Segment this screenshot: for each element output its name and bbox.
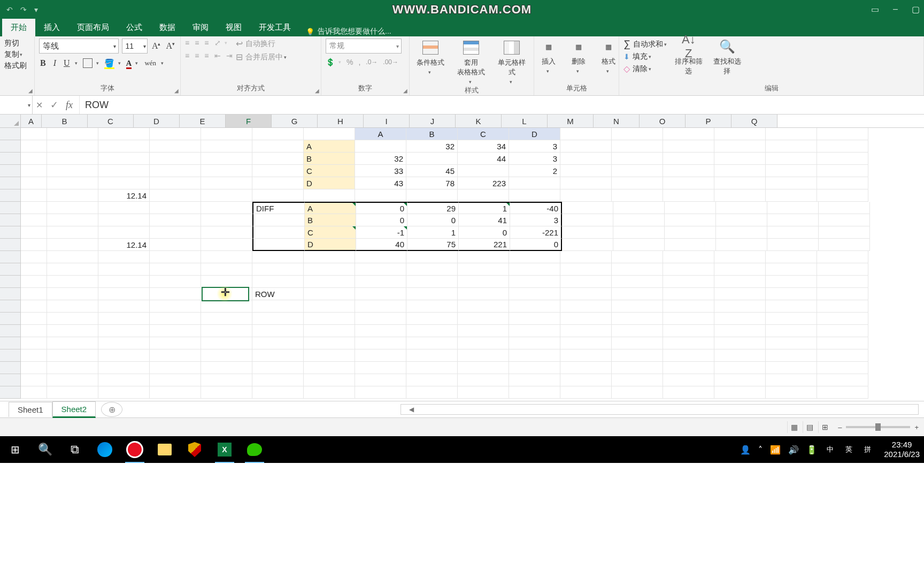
- cell-G17[interactable]: [304, 325, 355, 337]
- row-header[interactable]: [0, 177, 21, 189]
- cell-Q6[interactable]: [817, 189, 868, 202]
- cell-K10[interactable]: 0: [510, 239, 562, 251]
- row-header[interactable]: [0, 288, 21, 300]
- col-O[interactable]: O: [640, 115, 686, 127]
- cell-H17[interactable]: [355, 325, 406, 337]
- cell-I3[interactable]: [406, 153, 458, 165]
- inc-decimal-icon[interactable]: .0→: [366, 58, 378, 66]
- cell-D19[interactable]: [150, 349, 201, 362]
- cell-J21[interactable]: [458, 374, 509, 386]
- cell-G13[interactable]: [304, 276, 355, 288]
- cell-styles-button[interactable]: 单元格样式▾: [495, 40, 528, 85]
- row-header[interactable]: [0, 140, 21, 153]
- italic-button[interactable]: I: [52, 58, 57, 69]
- cell-E21[interactable]: [201, 374, 252, 386]
- cell-C2[interactable]: [98, 140, 150, 153]
- col-M[interactable]: M: [548, 115, 594, 127]
- cell-G14[interactable]: [304, 288, 355, 300]
- cell-Q15[interactable]: [817, 300, 868, 313]
- conditional-format-button[interactable]: 条件格式▾: [414, 40, 447, 75]
- cell-F19[interactable]: [252, 349, 304, 362]
- cell-N14[interactable]: [663, 288, 714, 300]
- cell-J14[interactable]: [458, 288, 509, 300]
- cell-M8[interactable]: [613, 214, 665, 226]
- cell-M6[interactable]: [612, 189, 663, 202]
- cell-H16[interactable]: [355, 313, 406, 325]
- cell-N3[interactable]: [663, 153, 714, 165]
- cell-M16[interactable]: [612, 313, 663, 325]
- cell-G1[interactable]: [304, 128, 355, 140]
- cell-L19[interactable]: [560, 349, 612, 362]
- col-Q[interactable]: Q: [732, 115, 777, 127]
- cell-M12[interactable]: [612, 263, 663, 276]
- cell-I7[interactable]: 29: [407, 202, 459, 214]
- wrap-text-button[interactable]: ↩自动换行: [236, 39, 287, 49]
- row-header[interactable]: [0, 276, 21, 288]
- cell-H2[interactable]: [355, 140, 406, 153]
- cell-D16[interactable]: [150, 313, 201, 325]
- cell-M18[interactable]: [612, 337, 663, 349]
- cell-C18[interactable]: [98, 337, 150, 349]
- cell-L5[interactable]: [560, 177, 612, 189]
- cell-E9[interactable]: [201, 226, 252, 239]
- cell-N17[interactable]: [663, 325, 714, 337]
- cell-D14[interactable]: [150, 288, 201, 300]
- minimize-icon[interactable]: –: [891, 3, 900, 16]
- cell-Q3[interactable]: [817, 153, 868, 165]
- align-bottom-icon[interactable]: ≡: [204, 39, 209, 47]
- cell-E13[interactable]: [201, 276, 252, 288]
- redo-icon[interactable]: ↷: [18, 4, 29, 15]
- row-header[interactable]: [0, 337, 21, 349]
- dec-decimal-icon[interactable]: .00→: [383, 58, 398, 66]
- cell-D17[interactable]: [150, 325, 201, 337]
- cell-D4[interactable]: [150, 165, 201, 177]
- cell-Q13[interactable]: [817, 276, 868, 288]
- cell-I11[interactable]: [406, 251, 458, 263]
- cell-I6[interactable]: [406, 189, 458, 202]
- cell-K15[interactable]: [509, 300, 560, 313]
- align-left-icon[interactable]: ≡: [185, 51, 189, 60]
- cell-J18[interactable]: [458, 337, 509, 349]
- cell-I2[interactable]: 32: [406, 140, 458, 153]
- select-all-corner[interactable]: [0, 115, 21, 127]
- cell-I13[interactable]: [406, 276, 458, 288]
- start-button[interactable]: ⊞: [0, 436, 30, 463]
- table-format-button[interactable]: 套用 表格格式▾: [455, 40, 488, 85]
- tell-me-search[interactable]: 💡 告诉我您想要做什么...: [299, 27, 391, 36]
- col-F[interactable]: F: [226, 115, 272, 127]
- row-header[interactable]: [0, 189, 21, 202]
- cell-M9[interactable]: [613, 226, 665, 239]
- cell-K17[interactable]: [509, 325, 560, 337]
- cell-J7[interactable]: 1: [459, 202, 510, 214]
- cell-P6[interactable]: [766, 189, 817, 202]
- cell-N19[interactable]: [663, 349, 714, 362]
- cell-K18[interactable]: [509, 337, 560, 349]
- border-button[interactable]: [83, 58, 93, 68]
- row-header[interactable]: [0, 313, 21, 325]
- cell-E2[interactable]: [201, 140, 252, 153]
- cell-A16[interactable]: [21, 313, 47, 325]
- cell-P10[interactable]: [767, 239, 819, 251]
- fill-color-button[interactable]: 🪣: [104, 58, 114, 68]
- people-icon[interactable]: 👤: [740, 445, 751, 455]
- cell-Q14[interactable]: [817, 288, 868, 300]
- cell-E17[interactable]: [201, 325, 252, 337]
- orientation-icon[interactable]: ⤢: [214, 39, 221, 47]
- cell-L15[interactable]: [560, 300, 612, 313]
- merge-center-button[interactable]: ⊟合并后居中▾: [236, 52, 287, 62]
- cell-I14[interactable]: [406, 288, 458, 300]
- font-launcher-icon[interactable]: ◢: [174, 88, 179, 94]
- h-scrollbar[interactable]: ◀: [122, 404, 924, 415]
- undo-icon[interactable]: ↶: [4, 4, 15, 15]
- cell-E16[interactable]: [201, 313, 252, 325]
- cell-M14[interactable]: [612, 288, 663, 300]
- cell-K7[interactable]: -40: [510, 202, 562, 214]
- cell-F15[interactable]: [252, 300, 304, 313]
- cell-N21[interactable]: [663, 374, 714, 386]
- cell-H11[interactable]: [355, 251, 406, 263]
- cell-K13[interactable]: [509, 276, 560, 288]
- fill-button[interactable]: ⬇填充▾: [623, 52, 667, 62]
- cell-G9[interactable]: C: [305, 226, 356, 239]
- cell-O13[interactable]: [714, 276, 766, 288]
- col-G[interactable]: G: [272, 115, 318, 127]
